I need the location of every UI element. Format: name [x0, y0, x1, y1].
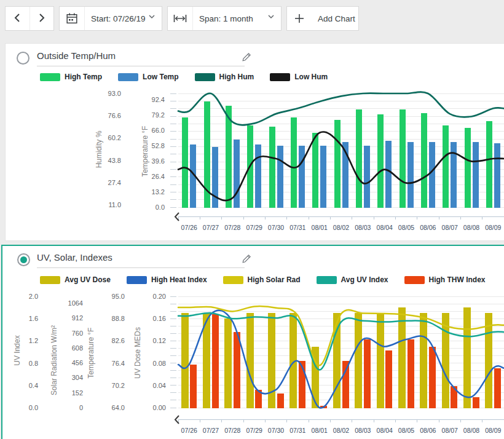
- outside-temp-hum-chart[interactable]: Humidity %93.076.660.243.827.411.0Temper…: [12, 86, 504, 237]
- x-label: 07/31: [289, 224, 305, 231]
- tick-label: 0.12: [153, 337, 166, 344]
- chart-title[interactable]: UV, Solar, Indexes: [37, 252, 112, 263]
- x-axis: [178, 216, 504, 220]
- x-label: 08/08: [463, 427, 479, 434]
- chart-title[interactable]: Outside Temp/Hum: [37, 50, 116, 61]
- uv-solar-indexes-chart[interactable]: UV Index2.01.61.20.80.40.0Solar Radiatio…: [12, 289, 504, 439]
- tick-label: 13.2: [152, 188, 165, 196]
- axis-title-temp2: Temperature °F: [87, 328, 95, 379]
- x-label: 07/31: [289, 427, 305, 434]
- axis-title-solar: Solar Radiation W/m²: [50, 325, 58, 395]
- legend-item-high-heat-index[interactable]: High Heat Index: [127, 275, 207, 284]
- plus-icon: [287, 14, 312, 23]
- start-date-dropdown[interactable]: Start: 07/26/19: [59, 6, 162, 31]
- pencil-icon[interactable]: [241, 254, 251, 267]
- prev-date-button[interactable]: [6, 7, 30, 30]
- tick-label: 26.4: [152, 173, 165, 180]
- legend-item-low-hum[interactable]: Low Hum: [270, 73, 328, 81]
- axis-title-temp: Temperature °F: [141, 126, 149, 177]
- tick-label: 0.04: [153, 382, 166, 389]
- chevron-down-icon: [267, 10, 275, 22]
- tick-label: 1.6: [29, 315, 38, 322]
- calendar-icon: [60, 12, 84, 25]
- legend-item-avg-uv-dose[interactable]: Avg UV Dose: [40, 275, 111, 284]
- tick-label: 39.6: [152, 157, 165, 165]
- tick-label: 92.4: [152, 96, 165, 103]
- tick-label: 0.0: [156, 204, 165, 211]
- chart-card-uv-solar-indexes: UV, Solar, Indexes Avg UV DoseHigh Heat …: [1, 245, 504, 439]
- x-label: 08/05: [398, 427, 414, 434]
- legend-label: High Temp: [65, 73, 102, 81]
- x-label: 08/04: [377, 427, 393, 434]
- x-label: 08/04: [377, 224, 393, 231]
- tick-label: 95.0: [112, 293, 125, 300]
- legend-swatch: [317, 276, 337, 284]
- tick-label: 1064: [68, 299, 83, 307]
- chevron-right-icon: [39, 13, 45, 25]
- tick-label: 64.0: [112, 404, 125, 411]
- x-label: 07/30: [268, 224, 284, 231]
- legend-swatch: [127, 276, 147, 284]
- legend-label: Avg UV Index: [341, 275, 388, 284]
- tick-label: 76.6: [108, 112, 121, 119]
- tick-label: 0.08: [153, 360, 166, 367]
- tick-label: 88.8: [112, 315, 125, 322]
- x-label: 08/08: [463, 224, 479, 231]
- legend-item-high-solar-rad[interactable]: High Solar Rad: [223, 275, 301, 284]
- x-label: 07/30: [268, 427, 284, 434]
- date-nav-group: [5, 6, 54, 31]
- tick-label: 82.6: [112, 337, 125, 344]
- add-chart-button[interactable]: Add Chart: [286, 6, 359, 31]
- tick-label: 27.4: [108, 179, 121, 186]
- tick-label: 52.8: [152, 142, 165, 149]
- tick-label: 608: [72, 344, 83, 352]
- tick-label: 11.0: [108, 201, 121, 208]
- x-label: 08/09: [485, 427, 501, 434]
- legend-label: High Solar Rad: [248, 275, 301, 284]
- legend-label: Avg UV Dose: [65, 275, 111, 284]
- span-dropdown[interactable]: Span: 1 month: [167, 6, 282, 31]
- x-label: 08/01: [312, 427, 328, 434]
- legend-item-high-thw-index[interactable]: High THW Index: [404, 275, 486, 284]
- tick-label: 79.2: [152, 111, 165, 119]
- x-label: 08/09: [485, 224, 501, 231]
- chart-card-outside-temp-hum: Outside Temp/Hum High TempLow TempHigh H…: [5, 43, 504, 241]
- x-label: 07/27: [203, 224, 219, 231]
- tick-label: 912: [72, 314, 83, 322]
- tick-label: 43.8: [108, 157, 121, 164]
- tick-label: 456: [72, 359, 83, 366]
- tick-label: 93.0: [108, 90, 121, 97]
- legend-item-low-temp[interactable]: Low Temp: [118, 73, 178, 81]
- x-axis: [178, 419, 504, 422]
- span-label: Span: 1 month: [199, 14, 267, 23]
- legend-label: Low Temp: [143, 73, 178, 81]
- tick-label: 0.00: [153, 404, 166, 411]
- x-label: 08/06: [420, 427, 436, 434]
- legend-item-high-hum[interactable]: High Hum: [195, 73, 254, 81]
- x-label: 08/07: [442, 427, 458, 434]
- x-label: 07/28: [224, 224, 240, 231]
- legend-item-high-temp[interactable]: High Temp: [40, 73, 102, 81]
- x-label: 08/05: [398, 224, 414, 231]
- x-label: 07/27: [203, 427, 219, 434]
- chevron-down-icon: [148, 10, 156, 22]
- x-label: 07/26: [181, 224, 197, 231]
- divider: [192, 7, 193, 30]
- chart-select-radio[interactable]: [17, 253, 30, 266]
- x-label: 08/01: [312, 224, 328, 231]
- chevron-left-icon: [14, 13, 20, 25]
- legend-swatch: [118, 73, 138, 81]
- chart-select-radio[interactable]: [17, 52, 30, 65]
- next-date-button[interactable]: [30, 7, 53, 30]
- tick-label: 60.2: [108, 134, 121, 141]
- legend-item-avg-uv-index[interactable]: Avg UV Index: [317, 275, 388, 284]
- legend: Avg UV DoseHigh Heat IndexHigh Solar Rad…: [40, 275, 486, 284]
- horizontal-span-icon: [168, 14, 192, 23]
- tick-label: 0.4: [29, 382, 38, 389]
- x-label: 08/02: [333, 427, 349, 434]
- pencil-icon[interactable]: [241, 52, 251, 65]
- x-label: 08/03: [355, 224, 371, 231]
- legend-swatch: [223, 276, 243, 284]
- legend-swatch: [40, 73, 60, 81]
- x-label: 08/07: [442, 224, 458, 231]
